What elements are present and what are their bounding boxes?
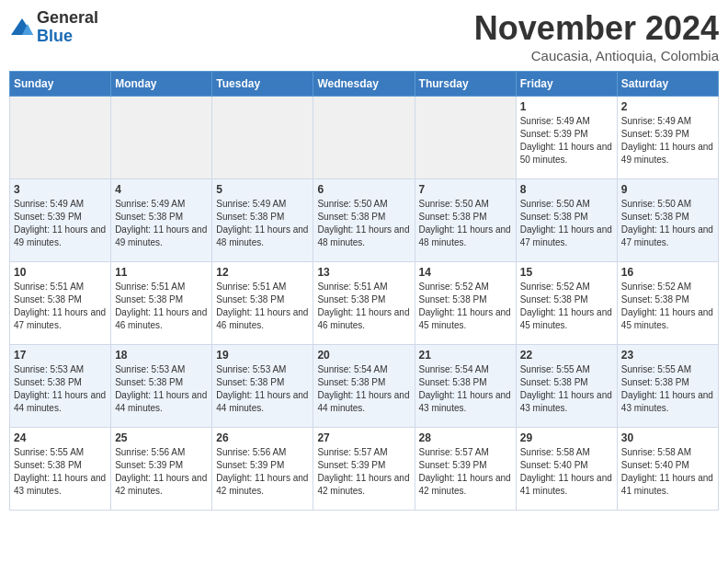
cell-3-0: 17Sunrise: 5:53 AM Sunset: 5:38 PM Dayli… — [10, 345, 111, 428]
cell-info: Sunrise: 5:49 AM Sunset: 5:39 PM Dayligh… — [14, 198, 107, 249]
logo-icon — [9, 15, 35, 40]
week-row-1: 3Sunrise: 5:49 AM Sunset: 5:39 PM Daylig… — [10, 179, 719, 262]
cell-4-6: 30Sunrise: 5:58 AM Sunset: 5:40 PM Dayli… — [617, 428, 718, 511]
day-number: 13 — [317, 266, 410, 279]
col-wednesday: Wednesday — [313, 72, 415, 97]
logo-general: General — [37, 8, 98, 27]
cell-4-4: 28Sunrise: 5:57 AM Sunset: 5:39 PM Dayli… — [415, 428, 516, 511]
cell-info: Sunrise: 5:49 AM Sunset: 5:38 PM Dayligh… — [115, 198, 208, 249]
col-friday: Friday — [516, 72, 617, 97]
cell-info: Sunrise: 5:56 AM Sunset: 5:39 PM Dayligh… — [216, 446, 309, 498]
cell-0-2 — [212, 97, 313, 179]
day-number: 8 — [520, 183, 613, 196]
cell-info: Sunrise: 5:49 AM Sunset: 5:38 PM Dayligh… — [216, 198, 309, 249]
week-row-2: 10Sunrise: 5:51 AM Sunset: 5:38 PM Dayli… — [10, 262, 719, 345]
day-number: 12 — [216, 266, 309, 279]
cell-info: Sunrise: 5:53 AM Sunset: 5:38 PM Dayligh… — [115, 363, 208, 415]
cell-2-1: 11Sunrise: 5:51 AM Sunset: 5:38 PM Dayli… — [111, 262, 212, 345]
col-monday: Monday — [111, 72, 212, 97]
cell-info: Sunrise: 5:53 AM Sunset: 5:38 PM Dayligh… — [14, 363, 107, 415]
cell-0-3 — [313, 97, 415, 179]
cell-info: Sunrise: 5:51 AM Sunset: 5:38 PM Dayligh… — [14, 281, 107, 332]
week-row-4: 24Sunrise: 5:55 AM Sunset: 5:38 PM Dayli… — [10, 428, 719, 511]
cell-1-5: 8Sunrise: 5:50 AM Sunset: 5:38 PM Daylig… — [516, 179, 617, 262]
cell-2-4: 14Sunrise: 5:52 AM Sunset: 5:38 PM Dayli… — [415, 262, 516, 345]
cell-info: Sunrise: 5:50 AM Sunset: 5:38 PM Dayligh… — [317, 198, 410, 249]
cell-4-0: 24Sunrise: 5:55 AM Sunset: 5:38 PM Dayli… — [10, 428, 111, 511]
page: General Blue November 2024 Caucasia, Ant… — [0, 0, 728, 520]
cell-info: Sunrise: 5:50 AM Sunset: 5:38 PM Dayligh… — [520, 198, 613, 249]
calendar-table: Sunday Monday Tuesday Wednesday Thursday… — [9, 71, 719, 511]
cell-3-5: 22Sunrise: 5:55 AM Sunset: 5:38 PM Dayli… — [516, 345, 617, 428]
day-number: 17 — [14, 349, 107, 362]
cell-0-5: 1Sunrise: 5:49 AM Sunset: 5:39 PM Daylig… — [516, 97, 617, 179]
day-number: 6 — [317, 183, 410, 196]
day-number: 14 — [419, 266, 512, 279]
cell-3-6: 23Sunrise: 5:55 AM Sunset: 5:38 PM Dayli… — [617, 345, 718, 428]
day-number: 23 — [621, 349, 714, 362]
cell-info: Sunrise: 5:51 AM Sunset: 5:38 PM Dayligh… — [317, 281, 410, 332]
cell-1-2: 5Sunrise: 5:49 AM Sunset: 5:38 PM Daylig… — [212, 179, 313, 262]
day-number: 9 — [621, 183, 714, 196]
cell-info: Sunrise: 5:49 AM Sunset: 5:39 PM Dayligh… — [621, 115, 714, 167]
cell-info: Sunrise: 5:55 AM Sunset: 5:38 PM Dayligh… — [14, 446, 107, 498]
cell-2-0: 10Sunrise: 5:51 AM Sunset: 5:38 PM Dayli… — [10, 262, 111, 345]
cell-2-6: 16Sunrise: 5:52 AM Sunset: 5:38 PM Dayli… — [617, 262, 718, 345]
header-row: Sunday Monday Tuesday Wednesday Thursday… — [10, 72, 719, 97]
col-tuesday: Tuesday — [212, 72, 313, 97]
cell-4-3: 27Sunrise: 5:57 AM Sunset: 5:39 PM Dayli… — [313, 428, 415, 511]
cell-1-6: 9Sunrise: 5:50 AM Sunset: 5:38 PM Daylig… — [617, 179, 718, 262]
cell-1-3: 6Sunrise: 5:50 AM Sunset: 5:38 PM Daylig… — [313, 179, 415, 262]
day-number: 5 — [216, 183, 309, 196]
week-row-0: 1Sunrise: 5:49 AM Sunset: 5:39 PM Daylig… — [10, 97, 719, 179]
calendar-header: Sunday Monday Tuesday Wednesday Thursday… — [10, 72, 719, 97]
cell-info: Sunrise: 5:49 AM Sunset: 5:39 PM Dayligh… — [520, 115, 613, 167]
cell-info: Sunrise: 5:51 AM Sunset: 5:38 PM Dayligh… — [216, 281, 309, 332]
cell-info: Sunrise: 5:57 AM Sunset: 5:39 PM Dayligh… — [419, 446, 512, 498]
cell-3-2: 19Sunrise: 5:53 AM Sunset: 5:38 PM Dayli… — [212, 345, 313, 428]
day-number: 18 — [115, 349, 208, 362]
cell-info: Sunrise: 5:50 AM Sunset: 5:38 PM Dayligh… — [621, 198, 714, 249]
cell-4-5: 29Sunrise: 5:58 AM Sunset: 5:40 PM Dayli… — [516, 428, 617, 511]
cell-1-4: 7Sunrise: 5:50 AM Sunset: 5:38 PM Daylig… — [415, 179, 516, 262]
subtitle: Caucasia, Antioquia, Colombia — [474, 48, 719, 63]
cell-info: Sunrise: 5:57 AM Sunset: 5:39 PM Dayligh… — [317, 446, 410, 498]
cell-info: Sunrise: 5:52 AM Sunset: 5:38 PM Dayligh… — [419, 281, 512, 332]
day-number: 16 — [621, 266, 714, 279]
day-number: 19 — [216, 349, 309, 362]
day-number: 24 — [14, 431, 107, 444]
cell-4-1: 25Sunrise: 5:56 AM Sunset: 5:39 PM Dayli… — [111, 428, 212, 511]
cell-0-0 — [10, 97, 111, 179]
cell-info: Sunrise: 5:55 AM Sunset: 5:38 PM Dayligh… — [520, 363, 613, 415]
col-sunday: Sunday — [10, 72, 111, 97]
day-number: 2 — [621, 100, 714, 113]
day-number: 28 — [419, 431, 512, 444]
day-number: 15 — [520, 266, 613, 279]
title-block: November 2024 Caucasia, Antioquia, Colom… — [474, 9, 719, 63]
col-saturday: Saturday — [617, 72, 718, 97]
day-number: 4 — [115, 183, 208, 196]
day-number: 29 — [520, 431, 613, 444]
logo-text: General Blue — [37, 9, 98, 46]
cell-3-1: 18Sunrise: 5:53 AM Sunset: 5:38 PM Dayli… — [111, 345, 212, 428]
cell-info: Sunrise: 5:53 AM Sunset: 5:38 PM Dayligh… — [216, 363, 309, 415]
calendar-body: 1Sunrise: 5:49 AM Sunset: 5:39 PM Daylig… — [10, 97, 719, 511]
cell-info: Sunrise: 5:55 AM Sunset: 5:38 PM Dayligh… — [621, 363, 714, 415]
day-number: 21 — [419, 349, 512, 362]
col-thursday: Thursday — [415, 72, 516, 97]
logo-blue: Blue — [37, 27, 73, 45]
cell-2-2: 12Sunrise: 5:51 AM Sunset: 5:38 PM Dayli… — [212, 262, 313, 345]
cell-3-3: 20Sunrise: 5:54 AM Sunset: 5:38 PM Dayli… — [313, 345, 415, 428]
cell-info: Sunrise: 5:54 AM Sunset: 5:38 PM Dayligh… — [317, 363, 410, 415]
cell-info: Sunrise: 5:50 AM Sunset: 5:38 PM Dayligh… — [419, 198, 512, 249]
cell-info: Sunrise: 5:52 AM Sunset: 5:38 PM Dayligh… — [520, 281, 613, 332]
cell-info: Sunrise: 5:52 AM Sunset: 5:38 PM Dayligh… — [621, 281, 714, 332]
logo: General Blue — [9, 9, 98, 46]
cell-0-6: 2Sunrise: 5:49 AM Sunset: 5:39 PM Daylig… — [617, 97, 718, 179]
cell-info: Sunrise: 5:54 AM Sunset: 5:38 PM Dayligh… — [419, 363, 512, 415]
cell-info: Sunrise: 5:58 AM Sunset: 5:40 PM Dayligh… — [621, 446, 714, 498]
cell-2-3: 13Sunrise: 5:51 AM Sunset: 5:38 PM Dayli… — [313, 262, 415, 345]
day-number: 3 — [14, 183, 107, 196]
day-number: 7 — [419, 183, 512, 196]
day-number: 22 — [520, 349, 613, 362]
